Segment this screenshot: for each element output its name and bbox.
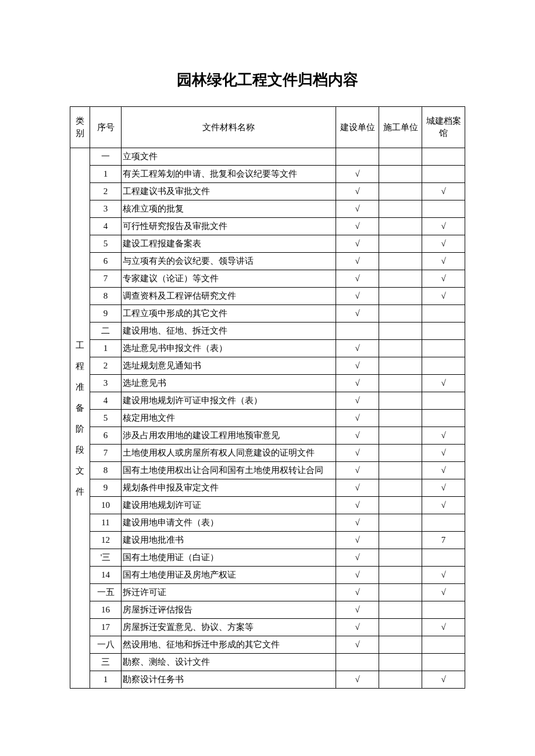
c3-cell: √ xyxy=(422,567,465,584)
seq-cell: 1 xyxy=(90,340,122,357)
table-row: 5建设工程报建备案表√√ xyxy=(70,235,465,253)
c3-cell xyxy=(422,410,465,427)
category-cell: 工程准备阶段文件 xyxy=(70,148,90,689)
name-cell: 房屋拆迁安置意见、协议、方案等 xyxy=(122,619,336,636)
table-row: 1有关工程筹划的申请、批复和会议纪要等文件√ xyxy=(70,166,465,183)
table-row: 7专家建议（论证）等文件√√ xyxy=(70,270,465,288)
name-cell: 勘察设计任务书 xyxy=(122,671,336,689)
c2-cell xyxy=(379,288,422,305)
c2-cell xyxy=(379,654,422,671)
seq-cell: 9 xyxy=(90,479,122,497)
table-row: 11建设用地申请文件（表）√ xyxy=(70,514,465,532)
c2-cell xyxy=(379,253,422,270)
name-cell: 立项文件 xyxy=(122,148,336,166)
name-cell: 然设用地、征地和拆迁中形成的其它文件 xyxy=(122,636,336,654)
c3-cell xyxy=(422,636,465,654)
table-row: 3选址意见书√√ xyxy=(70,375,465,392)
table-row: 16房屋拆迁评估报告√ xyxy=(70,601,465,619)
table-header-row: 类别 序号 文件材料名称 建设单位 施工单位 城建档案馆 xyxy=(70,107,465,148)
name-cell: 房屋拆迁评估报告 xyxy=(122,601,336,619)
seq-cell: 9 xyxy=(90,305,122,323)
c2-cell xyxy=(379,148,422,166)
name-cell: 国有土地使用权出让合同和国有土地使用权转让合同 xyxy=(122,462,336,479)
name-cell: 有关工程筹划的申请、批复和会议纪要等文件 xyxy=(122,166,336,183)
seq-cell: 12 xyxy=(90,532,122,549)
c2-cell xyxy=(379,584,422,601)
table-row: 10建设用地规划许可证√√ xyxy=(70,497,465,514)
c1-cell xyxy=(336,148,379,166)
c1-cell: √ xyxy=(336,514,379,532)
c3-cell: √ xyxy=(422,427,465,445)
c1-cell: √ xyxy=(336,427,379,445)
c2-cell xyxy=(379,567,422,584)
c3-cell xyxy=(422,601,465,619)
table-row: 三勘察、测绘、设计文件 xyxy=(70,654,465,671)
archive-table: 类别 序号 文件材料名称 建设单位 施工单位 城建档案馆 工程准备阶段文件一立项… xyxy=(70,106,465,689)
table-row: '三国有土地使用证（白证）√ xyxy=(70,549,465,567)
seq-cell: 10 xyxy=(90,497,122,514)
table-row: 一五拆迁许可证√√ xyxy=(70,584,465,601)
c3-cell xyxy=(422,305,465,323)
c1-cell: √ xyxy=(336,253,379,270)
table-row: 工程准备阶段文件一立项文件 xyxy=(70,148,465,166)
table-row: 二建设用地、征地、拆迁文件 xyxy=(70,323,465,340)
c1-cell: √ xyxy=(336,235,379,253)
name-cell: 建设用地规划许可证申报文件（表） xyxy=(122,392,336,410)
seq-cell: 5 xyxy=(90,235,122,253)
c1-cell: √ xyxy=(336,445,379,462)
c3-cell xyxy=(422,166,465,183)
table-row: 7土地使用权人或房屋所有权人同意建设的证明文件√√ xyxy=(70,445,465,462)
c1-cell: √ xyxy=(336,567,379,584)
c2-cell xyxy=(379,375,422,392)
c1-cell: √ xyxy=(336,305,379,323)
name-cell: 与立项有关的会议纪要、领导讲话 xyxy=(122,253,336,270)
c3-cell xyxy=(422,323,465,340)
c1-cell: √ xyxy=(336,601,379,619)
seq-cell: 8 xyxy=(90,462,122,479)
seq-cell: 7 xyxy=(90,445,122,462)
page-title: 园林绿化工程文件归档内容 xyxy=(70,70,465,90)
c3-cell xyxy=(422,654,465,671)
seq-cell: 6 xyxy=(90,253,122,270)
seq-cell: 一 xyxy=(90,148,122,166)
c3-cell: √ xyxy=(422,235,465,253)
seq-cell: 8 xyxy=(90,288,122,305)
c1-cell: √ xyxy=(336,462,379,479)
table-row: 一八然设用地、征地和拆迁中形成的其它文件√ xyxy=(70,636,465,654)
seq-cell: 2 xyxy=(90,357,122,375)
c2-cell xyxy=(379,671,422,689)
c1-cell: √ xyxy=(336,619,379,636)
table-row: 1选址意见书申报文件（表）√ xyxy=(70,340,465,357)
c2-cell xyxy=(379,340,422,357)
c1-cell: √ xyxy=(336,166,379,183)
c3-cell: 7 xyxy=(422,532,465,549)
c2-cell xyxy=(379,427,422,445)
name-cell: 工程立项中形成的其它文件 xyxy=(122,305,336,323)
seq-cell: 17 xyxy=(90,619,122,636)
c1-cell: √ xyxy=(336,584,379,601)
seq-cell: 5 xyxy=(90,410,122,427)
c2-cell xyxy=(379,166,422,183)
c2-cell xyxy=(379,479,422,497)
c1-cell xyxy=(336,654,379,671)
name-cell: 选址意见书 xyxy=(122,375,336,392)
seq-cell: 三 xyxy=(90,654,122,671)
c1-cell: √ xyxy=(336,288,379,305)
c3-cell xyxy=(422,340,465,357)
table-row: 17房屋拆迁安置意见、协议、方案等√√ xyxy=(70,619,465,636)
table-row: 4建设用地规划许可证申报文件（表）√ xyxy=(70,392,465,410)
c3-cell: √ xyxy=(422,619,465,636)
c1-cell xyxy=(336,323,379,340)
name-cell: 国有土地使用证及房地产权证 xyxy=(122,567,336,584)
table-row: 6与立项有关的会议纪要、领导讲话√√ xyxy=(70,253,465,270)
c1-cell: √ xyxy=(336,218,379,235)
c1-cell: √ xyxy=(336,357,379,375)
c3-cell: √ xyxy=(422,253,465,270)
c2-cell xyxy=(379,462,422,479)
c2-cell xyxy=(379,183,422,200)
name-cell: 勘察、测绘、设计文件 xyxy=(122,654,336,671)
seq-cell: 2 xyxy=(90,183,122,200)
seq-cell: 一五 xyxy=(90,584,122,601)
table-row: 9规划条件申报及审定文件√√ xyxy=(70,479,465,497)
seq-cell: 3 xyxy=(90,375,122,392)
